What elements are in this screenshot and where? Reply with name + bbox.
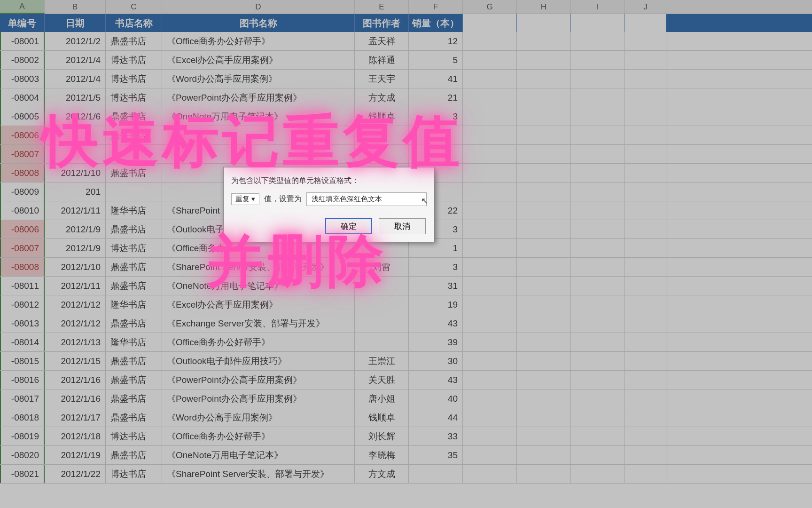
cell-store[interactable]: 鼎盛书店 [106, 220, 162, 238]
cell-book[interactable] [162, 145, 355, 163]
cell-blank[interactable] [625, 277, 666, 295]
cell-blank[interactable] [625, 258, 666, 276]
cell-blank[interactable] [571, 51, 625, 69]
cell-blank[interactable] [571, 88, 625, 107]
cell-blank[interactable] [463, 164, 517, 182]
cell-blank[interactable] [571, 32, 625, 50]
cell-blank[interactable] [571, 145, 625, 163]
cell-id[interactable]: -08013 [0, 314, 45, 333]
cell-author[interactable]: 王天宇 [355, 70, 409, 88]
cell-store[interactable]: 鼎盛书店 [106, 371, 162, 389]
cell-date[interactable]: 201 [45, 183, 106, 201]
cell-book[interactable]: 《Office商务办公好帮手》 [162, 427, 355, 445]
cell-author[interactable]: 方文成 [355, 88, 409, 107]
cell-blank[interactable] [625, 352, 666, 370]
cell-sales[interactable]: 41 [409, 70, 463, 88]
cell-blank[interactable] [463, 145, 517, 163]
cell-id[interactable]: -08015 [0, 352, 45, 370]
cell-id[interactable]: -08008 [0, 164, 45, 182]
cell-blank[interactable] [571, 183, 625, 201]
cell-blank[interactable] [463, 352, 517, 370]
cell-sales[interactable]: 43 [409, 371, 463, 389]
cell-blank[interactable] [463, 258, 517, 276]
cell-blank[interactable] [625, 333, 666, 351]
cell-id[interactable]: -08017 [0, 389, 45, 408]
cell-blank[interactable] [517, 201, 571, 220]
cell-store[interactable]: 博达书店 [106, 51, 162, 69]
cell-sales[interactable]: 33 [409, 427, 463, 445]
cell-id[interactable]: -08009 [0, 183, 45, 201]
cell-store[interactable]: 隆华书店 [106, 295, 162, 314]
cell-date[interactable]: 2012/1/16 [45, 371, 106, 389]
cell-blank[interactable] [517, 352, 571, 370]
cell-blank[interactable] [517, 126, 571, 144]
cell-id[interactable]: -08012 [0, 295, 45, 314]
cell-blank[interactable] [463, 51, 517, 69]
cell-author[interactable]: 李晓梅 [355, 446, 409, 464]
cell-blank[interactable] [625, 295, 666, 314]
cell-blank[interactable] [517, 465, 571, 483]
cell-store[interactable]: 鼎盛书店 [106, 352, 162, 370]
cell-blank[interactable] [517, 371, 571, 389]
cell-author[interactable]: 王崇江 [355, 352, 409, 370]
cell-store[interactable]: 鼎盛书店 [106, 164, 162, 182]
cell-store[interactable]: 博达书店 [106, 239, 162, 257]
cell-id[interactable]: -08018 [0, 408, 45, 427]
cell-date[interactable]: 2012/1/9 [45, 220, 106, 238]
cell-blank[interactable] [571, 107, 625, 126]
cell-blank[interactable] [571, 427, 625, 445]
cell-book[interactable]: 《SharePoint Server安装、部署与开发》 [162, 465, 355, 483]
cell-blank[interactable] [517, 295, 571, 314]
cell-blank[interactable] [625, 427, 666, 445]
cell-id[interactable]: -08007 [0, 239, 45, 257]
cell-blank[interactable] [625, 32, 666, 50]
cell-store[interactable]: 鼎盛书店 [106, 389, 162, 408]
cell-blank[interactable] [571, 314, 625, 333]
cell-blank[interactable] [571, 408, 625, 427]
cell-date[interactable]: 2012/1/6 [45, 107, 106, 126]
cell-sales[interactable]: 19 [409, 295, 463, 314]
cell-book[interactable]: 《Excel办公高手应用案例》 [162, 295, 355, 314]
cell-store[interactable]: 隆华书店 [106, 201, 162, 220]
cell-book[interactable]: 《OneNote万用电子笔记本》 [162, 277, 355, 295]
cell-blank[interactable] [463, 239, 517, 257]
cell-sales[interactable]: 40 [409, 389, 463, 408]
cell-date[interactable]: 2012/1/10 [45, 258, 106, 276]
cell-store[interactable]: 博达书店 [106, 465, 162, 483]
cell-store[interactable]: 鼎盛书店 [106, 258, 162, 276]
cell-blank[interactable] [517, 51, 571, 69]
cell-store[interactable]: 博达书店 [106, 88, 162, 107]
cell-blank[interactable] [625, 51, 666, 69]
cell-blank[interactable] [463, 220, 517, 238]
cell-author[interactable]: 关天胜 [355, 371, 409, 389]
cell-store[interactable]: 鼎盛书店 [106, 314, 162, 333]
cell-blank[interactable] [625, 145, 666, 163]
cell-blank[interactable] [571, 239, 625, 257]
cell-store[interactable] [106, 145, 162, 163]
rule-type-dropdown[interactable]: 重复 ▾ [231, 193, 259, 205]
cell-store[interactable]: 博达书店 [106, 70, 162, 88]
cell-store[interactable]: 鼎盛书店 [106, 446, 162, 464]
cancel-button[interactable]: 取消 [379, 218, 426, 234]
cell-sales[interactable] [409, 126, 463, 144]
column-header-C[interactable]: C [106, 0, 162, 14]
column-header-G[interactable]: G [463, 0, 517, 14]
cell-blank[interactable] [625, 239, 666, 257]
cell-store[interactable]: 鼎盛书店 [106, 277, 162, 295]
cell-blank[interactable] [571, 295, 625, 314]
cell-book[interactable]: 《Office商务办公好帮手》 [162, 333, 355, 351]
cell-blank[interactable] [625, 465, 666, 483]
cell-blank[interactable] [463, 465, 517, 483]
cell-book[interactable]: 《PowerPoint办公高手应用案例》 [162, 88, 355, 107]
cell-sales[interactable]: 30 [409, 352, 463, 370]
cell-blank[interactable] [625, 371, 666, 389]
cell-date[interactable]: 2012/1/9 [45, 239, 106, 257]
cell-blank[interactable] [625, 164, 666, 182]
cell-id[interactable]: -08002 [0, 51, 45, 69]
cell-blank[interactable] [625, 314, 666, 333]
cell-date[interactable]: 2012/1/19 [45, 446, 106, 464]
cell-id[interactable]: -08008 [0, 258, 45, 276]
cell-blank[interactable] [463, 88, 517, 107]
cell-blank[interactable] [517, 258, 571, 276]
cell-blank[interactable] [571, 389, 625, 408]
